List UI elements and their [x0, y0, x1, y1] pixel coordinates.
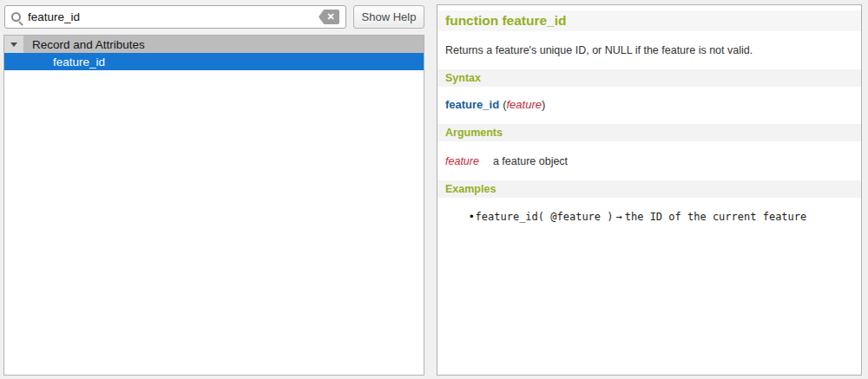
function-search-box[interactable]: ✕: [4, 5, 346, 29]
arrow-right-icon: →: [616, 211, 622, 223]
search-input[interactable]: [21, 10, 319, 23]
syntax-argument: feature: [506, 98, 541, 111]
search-toolbar: ✕ Show Help: [4, 5, 424, 29]
search-icon: [11, 12, 21, 22]
syntax-heading: Syntax: [437, 69, 861, 87]
syntax-signature: feature_id(feature): [445, 98, 853, 111]
example-code: feature_id( @feature ): [476, 211, 614, 223]
examples-heading: Examples: [437, 180, 861, 198]
clear-search-glyph: ✕: [323, 12, 334, 22]
syntax-close-paren: ): [542, 98, 545, 111]
help-title: function feature_id: [445, 13, 567, 28]
chevron-down-icon: [10, 42, 17, 47]
argument-name: feature: [445, 155, 479, 167]
argument-description: a feature object: [493, 155, 568, 167]
show-help-button[interactable]: Show Help: [353, 5, 424, 29]
group-expander[interactable]: [4, 36, 23, 53]
help-title-band: function feature_id: [437, 10, 861, 31]
clear-search-icon[interactable]: ✕: [319, 10, 339, 24]
tree-group-label: Record and Attributes: [23, 36, 424, 53]
arguments-heading: Arguments: [437, 124, 861, 141]
example-result: the ID of the current feature: [625, 211, 807, 223]
tree-group-record-and-attributes[interactable]: Record and Attributes: [4, 36, 424, 53]
example-item: • feature_id( @feature ) → the ID of the…: [470, 210, 853, 223]
function-description: Returns a feature's unique ID, or NULL i…: [445, 44, 853, 56]
function-tree: Record and Attributes feature_id: [3, 35, 424, 376]
tree-item-feature-id[interactable]: feature_id: [4, 53, 424, 70]
function-help-panel: function feature_id Returns a feature's …: [437, 4, 862, 376]
syntax-function-name: feature_id: [445, 98, 499, 111]
bullet-icon: •: [470, 210, 474, 223]
argument-row: feature a feature object: [445, 155, 853, 167]
